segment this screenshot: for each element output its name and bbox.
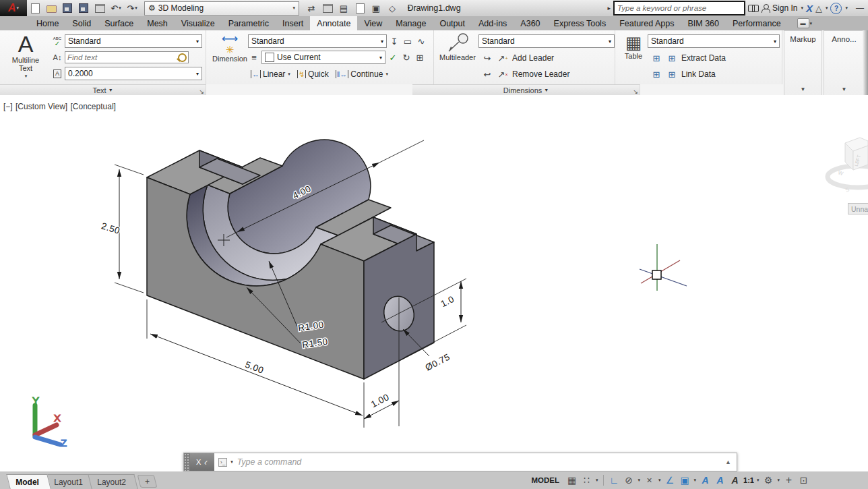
solid-model[interactable] <box>147 140 434 379</box>
dimensions-panel-footer[interactable]: Dimensions ▼ ↘ <box>412 84 640 95</box>
dim-style-combo[interactable]: Standard ▾ <box>248 34 387 48</box>
spell-check-icon[interactable]: ABC✓ <box>51 35 63 47</box>
linear-dimension-button[interactable]: ↔ Linear ▾ <box>251 69 290 79</box>
autodesk-exchange-icon[interactable]: X <box>806 3 813 14</box>
tab-visualize[interactable]: Visualize <box>175 16 222 30</box>
tab-mesh[interactable]: Mesh <box>140 16 175 30</box>
annotation-panel[interactable]: Anno... ▼ <box>824 30 865 96</box>
jog-line-icon[interactable]: ∿ <box>415 35 427 47</box>
snap-mode-icon[interactable]: ∷ <box>580 473 593 487</box>
ribbon-collapse-control[interactable]: ▬ ▾ <box>797 16 813 30</box>
workspace-dropdown-icon[interactable]: ▾ <box>777 478 780 483</box>
workspace-gear-icon[interactable]: ⚙ <box>762 473 774 487</box>
text-height-combo[interactable]: 0.2000 ▾ <box>65 67 202 80</box>
tab-featured-apps[interactable]: Featured Apps <box>613 16 681 30</box>
remove-leader-button[interactable]: Remove Leader <box>512 69 569 79</box>
polar-dropdown-icon[interactable]: ▾ <box>638 478 641 483</box>
help-button[interactable]: ? <box>830 3 842 14</box>
plot-button[interactable] <box>92 1 107 15</box>
minimize-button[interactable]: — <box>856 3 864 13</box>
open-button[interactable] <box>44 1 59 15</box>
text-style-combo[interactable]: Standard ▾ <box>65 34 202 48</box>
communication-center-icon[interactable]: △ <box>815 3 822 13</box>
viewport-visual-style-control[interactable]: [Conceptual] <box>71 102 116 111</box>
update-dim-icon[interactable]: ↻ <box>400 51 412 63</box>
recent-commands-icon[interactable]: ▾ <box>230 459 233 465</box>
tab-express-tools[interactable]: Express Tools <box>547 16 613 30</box>
multileader-button[interactable]: Multileader <box>437 33 478 61</box>
snap-dropdown-icon[interactable]: ▾ <box>596 478 598 483</box>
tab-performance[interactable]: Performance <box>726 16 788 30</box>
tab-parametric[interactable]: Parametric <box>222 16 276 30</box>
tab-home[interactable]: Home <box>30 16 65 30</box>
link-data-button[interactable]: Link Data <box>681 69 716 79</box>
tolerance-icon[interactable]: ✓ <box>387 51 399 63</box>
ucs-icon[interactable]: Y X Z <box>32 395 67 449</box>
download-data-icon[interactable]: ⊞ <box>650 52 662 64</box>
text-panel-footer[interactable]: Text ▼ ↘ <box>0 84 206 95</box>
help-dropdown-icon[interactable]: ▾ <box>845 5 848 11</box>
mleader-style-combo[interactable]: Standard ▾ <box>478 34 615 48</box>
viewcube[interactable]: LEFT W S <box>828 138 868 194</box>
space-indicator[interactable]: MODEL <box>531 476 559 484</box>
table-style-combo[interactable]: Standard ▾ <box>648 34 780 48</box>
link-data-icon[interactable]: ⊞ <box>666 68 678 80</box>
dialog-launcher-icon[interactable]: ↘ <box>633 88 638 95</box>
tab-surface[interactable]: Surface <box>98 16 140 30</box>
redo-dropdown-icon[interactable]: ▾ <box>135 5 137 11</box>
undo-button[interactable]: ↶▾ <box>108 1 123 15</box>
command-line-grip[interactable] <box>184 453 190 471</box>
annotation-scale-icon[interactable]: A <box>728 473 741 487</box>
transfer-button[interactable]: ⇄ <box>304 1 319 15</box>
object-snap-tracking-icon[interactable]: ∠ <box>664 473 677 487</box>
dimension-button[interactable]: ⟷ ✳ Dimension <box>210 33 249 63</box>
application-menu-button[interactable]: A ▾ <box>0 0 27 16</box>
ortho-mode-icon[interactable]: ∟ <box>608 473 621 487</box>
tab-layout2[interactable]: Layout2 <box>88 474 138 489</box>
command-close-button[interactable]: X <box>196 458 201 466</box>
viewport-minimize-control[interactable]: [−] <box>3 102 13 111</box>
tab-bim360[interactable]: BIM 360 <box>681 16 726 30</box>
viewcube-view-label[interactable]: Unna <box>848 203 868 214</box>
drawing-viewport[interactable]: [−] [Custom View] [Conceptual] <box>0 95 868 471</box>
batch-plot-button[interactable] <box>320 1 335 15</box>
annotation-scale-value[interactable]: 1:1 <box>743 476 754 484</box>
new-drawing-button[interactable] <box>28 1 42 15</box>
grid-display-icon[interactable]: ▦ <box>565 473 578 487</box>
collect-leader-icon[interactable]: ↪ <box>481 52 493 64</box>
polar-tracking-icon[interactable]: ⊘ <box>623 473 636 487</box>
find-text-input[interactable] <box>65 51 189 63</box>
new-layout-button[interactable]: + <box>137 475 158 488</box>
markup-expand-icon[interactable]: ▼ <box>784 86 822 92</box>
markup-panel[interactable]: Markup ▼ <box>784 30 822 96</box>
help-search-input[interactable] <box>613 1 745 16</box>
quick-dimension-button[interactable]: ↯ Quick <box>297 69 329 79</box>
dim-layer-combo[interactable]: Use Current ▾ <box>261 51 385 64</box>
sign-in-button[interactable]: Sign In <box>772 3 797 13</box>
qat-customize-button[interactable]: ▾ <box>401 1 416 15</box>
reassociate-icon[interactable]: ⊞ <box>414 51 426 63</box>
tab-output[interactable]: Output <box>433 16 472 30</box>
plot-preview-button[interactable] <box>352 1 367 15</box>
viewcube-cube[interactable]: LEFT <box>845 138 868 170</box>
tab-solid[interactable]: Solid <box>65 16 98 30</box>
scale-dropdown-icon[interactable]: ▾ <box>757 478 760 483</box>
command-customize-wrench-icon[interactable]: ⌐ <box>202 457 210 466</box>
dialog-launcher-icon[interactable]: ↘ <box>199 88 204 95</box>
annotation-expand-icon[interactable]: ▼ <box>824 86 864 92</box>
isometric-drafting-icon[interactable]: × <box>643 473 656 487</box>
adjust-spacing-icon[interactable]: ▭ <box>402 35 414 47</box>
compass-west-label[interactable]: W <box>837 169 844 177</box>
continue-dimension-button[interactable]: ‖↔ Continue ▾ <box>336 69 388 79</box>
add-leader-button[interactable]: Add Leader <box>512 53 554 63</box>
extract-data-icon[interactable]: ⊞ <box>666 52 678 64</box>
annotation-visibility-icon[interactable]: A <box>699 473 712 487</box>
tab-layout1[interactable]: Layout1 <box>44 474 94 489</box>
redo-button[interactable]: ↷▾ <box>125 1 140 15</box>
tab-insert[interactable]: Insert <box>276 16 310 30</box>
command-line[interactable]: X ⌐ ›_ ▾ ▲ <box>183 453 737 471</box>
tab-a360[interactable]: A360 <box>514 16 547 30</box>
osnap-dropdown-icon[interactable]: ▾ <box>694 478 697 483</box>
multiline-text-button[interactable]: A Multiline Text ▾ <box>5 32 46 80</box>
workspace-switcher[interactable]: ⚙ 3D Modeling ▾ <box>144 1 299 16</box>
